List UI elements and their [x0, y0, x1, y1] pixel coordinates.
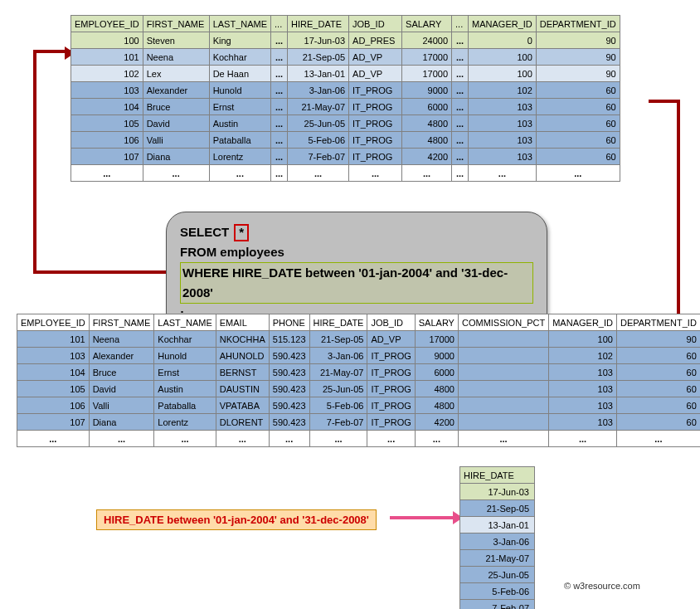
cell: Hunold [154, 348, 216, 364]
cell: 105 [17, 381, 90, 397]
column-header: MANAGER_ID [549, 314, 617, 331]
cell: 60 [536, 115, 620, 132]
sql-from-line: FROM employees [180, 242, 533, 262]
condition-callout: HIRE_DATE between '01-jan-2004' and '31-… [96, 509, 377, 530]
cell: 103 [549, 381, 617, 397]
cell: 103 [469, 115, 537, 132]
table-row: 13-Jan-01 [460, 517, 535, 533]
column-header: HIRE_DATE [288, 16, 349, 32]
cell: 17-Jun-03 [288, 32, 349, 49]
cell: ... [216, 431, 269, 447]
cell: Pataballa [154, 397, 216, 414]
cell: 21-May-07 [288, 99, 349, 115]
cell: ... [536, 165, 620, 182]
cell: ... [452, 165, 469, 182]
cell: ... [89, 431, 154, 447]
column-header: FIRST_NAME [143, 16, 209, 32]
cell: ... [271, 49, 288, 66]
cell: Austin [209, 115, 270, 132]
cell: 590.423 [269, 348, 309, 364]
cell: 104 [17, 364, 90, 381]
cell: 4800 [415, 397, 458, 414]
table-row: 5-Feb-06 [460, 583, 535, 600]
cell: 103 [469, 132, 537, 149]
cell: Lorentz [154, 414, 216, 431]
cell: 515.123 [269, 331, 309, 348]
cell: 60 [616, 397, 700, 414]
cell: ... [452, 49, 469, 66]
cell: 590.423 [269, 414, 309, 431]
cell: ... [271, 99, 288, 115]
employees-source-table: EMPLOYEE_IDFIRST_NAMELAST_NAME...HIRE_DA… [70, 15, 620, 182]
cell: 60 [616, 414, 700, 431]
table-row: 105DavidAustinDAUSTIN590.42325-Jun-05IT_… [17, 381, 701, 397]
cell: 7-Feb-07 [309, 414, 367, 431]
cell: ... [271, 115, 288, 132]
cell [458, 381, 548, 397]
cell [458, 414, 548, 431]
cell: ... [17, 431, 90, 447]
cell: IT_PROG [367, 348, 415, 364]
column-header: SALARY [402, 16, 452, 32]
cell: ... [616, 431, 700, 447]
hire-date-column-table: HIRE_DATE 17-Jun-0321-Sep-0513-Jan-013-J… [459, 466, 535, 609]
cell: Steven [143, 32, 209, 49]
cell: 101 [17, 331, 90, 348]
cell: ... [549, 431, 617, 447]
cell: ... [209, 165, 270, 182]
cell: 103 [469, 149, 537, 165]
cell: 103 [549, 397, 617, 414]
cell: 106 [17, 397, 90, 414]
cell: Alexander [143, 82, 209, 99]
cell: 3-Jan-06 [309, 348, 367, 364]
table-row: 17-Jun-03 [460, 484, 535, 500]
cell: 103 [549, 414, 617, 431]
cell: 107 [17, 414, 90, 431]
cell: ... [367, 431, 415, 447]
cell: ... [154, 431, 216, 447]
column-header: JOB_ID [367, 314, 415, 331]
column-header: LAST_NAME [209, 16, 270, 32]
column-header: HIRE_DATE [309, 314, 367, 331]
cell: ... [452, 149, 469, 165]
cell: IT_PROG [367, 364, 415, 381]
arrow-table1-to-sql-seg [33, 270, 169, 274]
cell: ... [143, 165, 209, 182]
cell: Austin [154, 381, 216, 397]
arrow-table1-to-sql [33, 50, 70, 274]
cell: 17000 [415, 331, 458, 348]
cell: IT_PROG [367, 414, 415, 431]
cell: AD_VP [349, 66, 402, 82]
cell: ... [458, 431, 548, 447]
cell: IT_PROG [367, 397, 415, 414]
table-row: 100StevenKing...17-Jun-03AD_PRES24000...… [71, 32, 620, 49]
table-row: .............................. [71, 165, 620, 182]
cell: 103 [17, 348, 90, 364]
cell: ... [269, 431, 309, 447]
cell: Alexander [89, 348, 154, 364]
cell: ... [349, 165, 402, 182]
cell: ... [288, 165, 349, 182]
cell: ... [469, 165, 537, 182]
cell: 102 [469, 82, 537, 99]
cell: 101 [71, 49, 143, 66]
table-row: 107DianaLorentz...7-Feb-07IT_PROG4200...… [71, 149, 620, 165]
table-row: 102LexDe Haan...13-Jan-01AD_VP17000...10… [71, 66, 620, 82]
cell: 590.423 [269, 397, 309, 414]
cell: Diana [89, 414, 154, 431]
cell: 21-Sep-05 [460, 500, 535, 517]
cell: 3-Jan-06 [288, 82, 349, 99]
column-header: PHONE [269, 314, 309, 331]
cell: ... [452, 32, 469, 49]
cell: 102 [71, 66, 143, 82]
cell: DAUSTIN [216, 381, 269, 397]
cell: 9000 [402, 82, 452, 99]
cell: 60 [616, 364, 700, 381]
cell: 21-Sep-05 [288, 49, 349, 66]
cell: 60 [536, 132, 620, 149]
column-header: ... [271, 16, 288, 32]
cell: IT_PROG [349, 82, 402, 99]
cell: 100 [469, 66, 537, 82]
cell: 3-Jan-06 [460, 533, 535, 550]
table-row: 101NeenaKochhar...21-Sep-05AD_VP17000...… [71, 49, 620, 66]
